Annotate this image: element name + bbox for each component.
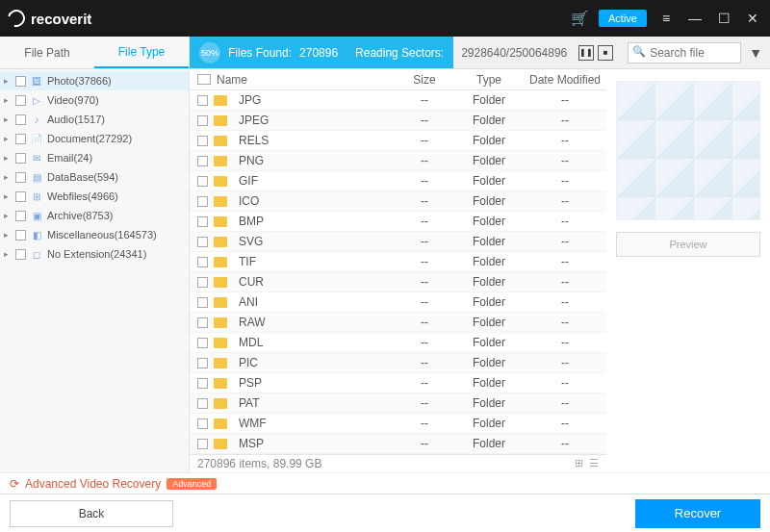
table-row[interactable]: ICO--Folder-- [190, 191, 606, 212]
row-checkbox[interactable] [197, 115, 208, 126]
file-modified: -- [524, 417, 606, 430]
checkbox[interactable] [15, 95, 26, 106]
file-name: PAT [233, 396, 395, 410]
table-row[interactable]: JPEG--Folder-- [190, 111, 606, 131]
row-checkbox[interactable] [197, 237, 208, 247]
table-row[interactable]: PSP--Folder-- [190, 373, 606, 393]
reading-label: Reading Sectors: [355, 46, 444, 60]
sidebar-item-document[interactable]: ▸📄Document(27292) [0, 129, 189, 148]
sidebar-item-webfiles[interactable]: ▸⊞Webfiles(4966) [0, 187, 189, 206]
table-row[interactable]: SVG--Folder-- [190, 232, 606, 252]
row-checkbox[interactable] [197, 358, 208, 368]
folder-icon [214, 398, 227, 409]
table-row[interactable]: PAT--Folder-- [190, 393, 606, 414]
menu-icon[interactable]: ≡ [656, 11, 676, 26]
file-size: -- [395, 154, 454, 167]
folder-icon [214, 95, 227, 106]
checkbox[interactable] [15, 230, 26, 241]
sidebar-item-database[interactable]: ▸▤DataBase(594) [0, 167, 189, 187]
row-checkbox[interactable] [197, 156, 208, 166]
checkbox[interactable] [15, 211, 26, 221]
row-checkbox[interactable] [197, 439, 208, 449]
view-grid-icon[interactable]: ⊞ [575, 457, 583, 469]
row-checkbox[interactable] [197, 338, 208, 348]
file-type: Folder [454, 376, 524, 390]
app-name: recoverit [31, 11, 91, 27]
files-found-label: Files Found: [228, 46, 292, 60]
sidebar-item-miscellaneous[interactable]: ▸◧Miscellaneous(164573) [0, 225, 189, 244]
progress-circle: 50% [199, 42, 220, 63]
sidebar-item-no extension[interactable]: ▸◻No Extension(24341) [0, 244, 189, 264]
file-modified: -- [524, 93, 606, 107]
select-all-checkbox[interactable] [197, 74, 211, 85]
checkbox[interactable] [15, 134, 26, 144]
checkbox[interactable] [15, 114, 26, 125]
checkbox[interactable] [15, 76, 26, 87]
row-checkbox[interactable] [197, 418, 208, 429]
checkbox[interactable] [15, 249, 26, 260]
row-checkbox[interactable] [197, 317, 208, 328]
recover-button[interactable]: Recover [635, 499, 760, 528]
table-row[interactable]: RAW--Folder-- [190, 313, 606, 333]
folder-icon [214, 358, 227, 368]
row-checkbox[interactable] [197, 216, 208, 227]
file-size: -- [395, 295, 454, 309]
file-type: Folder [454, 215, 524, 228]
active-button[interactable]: Active [599, 10, 647, 27]
advanced-recovery-strip[interactable]: ⟳ Advanced Video Recovery Advanced [0, 472, 770, 494]
table-row[interactable]: PIC--Folder-- [190, 353, 606, 373]
table-row[interactable]: MDL--Folder-- [190, 333, 606, 353]
col-modified[interactable]: Date Modified [524, 73, 606, 87]
table-row[interactable]: RELS--Folder-- [190, 131, 606, 151]
checkbox[interactable] [15, 191, 26, 202]
row-checkbox[interactable] [197, 196, 208, 207]
checkbox[interactable] [15, 172, 26, 183]
row-checkbox[interactable] [197, 398, 208, 409]
chevron-right-icon: ▸ [4, 172, 12, 182]
minimize-icon[interactable]: — [685, 11, 705, 26]
search-input[interactable] [628, 42, 741, 63]
sidebar-item-archive[interactable]: ▸▣Archive(8753) [0, 206, 189, 225]
back-button[interactable]: Back [10, 500, 173, 527]
file-modified: -- [524, 336, 606, 349]
sidebar-item-email[interactable]: ▸✉Email(24) [0, 148, 189, 167]
file-list[interactable]: JPG--Folder--JPEG--Folder--RELS--Folder-… [190, 90, 606, 454]
sidebar-item-audio[interactable]: ▸♪Audio(1517) [0, 110, 189, 129]
table-row[interactable]: ANI--Folder-- [190, 292, 606, 313]
file-name: JPG [233, 93, 395, 107]
col-type[interactable]: Type [454, 73, 524, 87]
maximize-icon[interactable]: ☐ [714, 11, 733, 26]
table-row[interactable]: WMF--Folder-- [190, 414, 606, 434]
table-row[interactable]: CUR--Folder-- [190, 272, 606, 292]
col-name[interactable]: Name [211, 73, 395, 87]
cart-icon[interactable]: 🛒 [571, 10, 589, 27]
row-checkbox[interactable] [197, 176, 208, 187]
checkbox[interactable] [15, 153, 26, 164]
category-label: Photo(37866) [47, 75, 112, 87]
table-row[interactable]: MSP--Folder-- [190, 434, 606, 454]
file-size: -- [395, 316, 454, 329]
filter-icon[interactable]: ▼ [749, 45, 762, 61]
pause-button[interactable]: ❚❚ [578, 45, 594, 61]
sidebar-item-video[interactable]: ▸▷Video(970) [0, 90, 189, 110]
table-row[interactable]: BMP--Folder-- [190, 212, 606, 232]
sidebar-item-photo[interactable]: ▸🖼Photo(37866) [0, 71, 189, 90]
view-list-icon[interactable]: ☰ [589, 457, 599, 469]
tab-file-path[interactable]: File Path [0, 37, 94, 68]
table-row[interactable]: PNG--Folder-- [190, 151, 606, 171]
row-checkbox[interactable] [197, 95, 208, 106]
col-size[interactable]: Size [395, 73, 454, 87]
tab-file-type[interactable]: File Type [94, 37, 189, 68]
category-icon: ◧ [30, 228, 43, 241]
table-row[interactable]: TIF--Folder-- [190, 252, 606, 272]
row-checkbox[interactable] [197, 257, 208, 267]
table-row[interactable]: JPG--Folder-- [190, 90, 606, 111]
row-checkbox[interactable] [197, 136, 208, 146]
preview-button[interactable]: Preview [616, 232, 760, 257]
close-icon[interactable]: ✕ [743, 11, 762, 26]
row-checkbox[interactable] [197, 378, 208, 389]
row-checkbox[interactable] [197, 277, 208, 288]
row-checkbox[interactable] [197, 297, 208, 308]
stop-button[interactable]: ■ [598, 45, 613, 61]
table-row[interactable]: GIF--Folder-- [190, 171, 606, 191]
